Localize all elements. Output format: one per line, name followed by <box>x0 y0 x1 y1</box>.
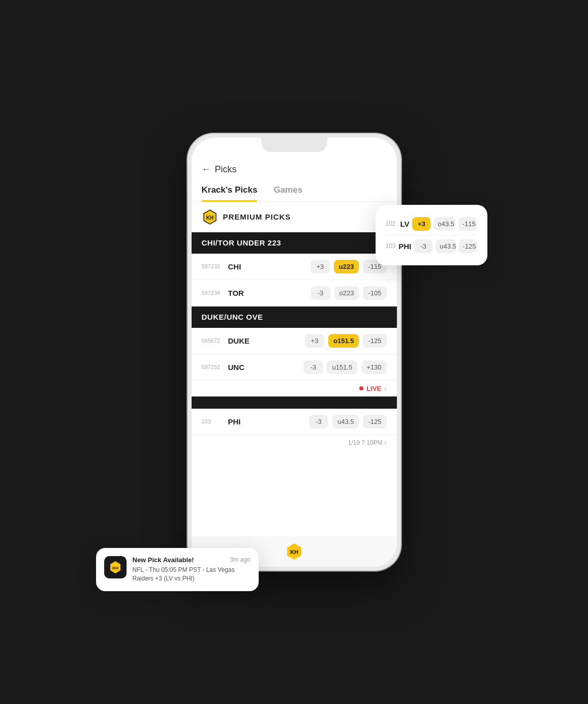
game2-header: DUKE/UNC OVE <box>192 307 397 328</box>
floating-card: 102 LV +3 o43.5 -115 103 PHI -3 u43.5 -1… <box>376 205 487 265</box>
lv-spread[interactable]: +3 <box>412 217 430 231</box>
unc-row[interactable]: 597252 UNC -3 u151.5 +130 <box>192 354 397 381</box>
notif-logo-icon: KH <box>108 560 122 574</box>
phi-bottom-spread[interactable]: -3 <box>309 415 328 428</box>
phi-bottom-id: 103 <box>202 418 228 424</box>
game-time-row[interactable]: 1/19 7:10PM › <box>192 435 397 450</box>
lv-row[interactable]: 102 LV +3 o43.5 -115 <box>386 213 477 235</box>
tor-id: 597234 <box>202 290 228 296</box>
phi-spread[interactable]: -3 <box>414 239 432 253</box>
duke-team: DUKE <box>228 336 301 345</box>
notif-content: New Pick Available! 3m ago NFL - Thu 05:… <box>133 556 251 583</box>
tor-row[interactable]: 597234 TOR -3 o223 -105 <box>192 280 397 307</box>
section-title: PREMIUM PICKS <box>223 212 291 221</box>
chi-spread[interactable]: +3 <box>311 260 330 273</box>
game1-header: CHI/TOR UNDER 223 <box>192 232 397 254</box>
phi-id: 103 <box>386 242 399 250</box>
game-time: 1/19 7:10PM › <box>348 439 386 446</box>
notif-body: NFL - Thu 05:05 PM PST - Las Vegas Raide… <box>133 566 251 583</box>
live-label: LIVE <box>366 385 381 392</box>
duke-total[interactable]: o151.5 <box>328 334 359 348</box>
phi-row-bottom[interactable]: 103 PHI -3 u43.5 -125 <box>192 409 397 435</box>
unc-spread[interactable]: -3 <box>303 360 323 374</box>
phi-bottom-total[interactable]: u43.5 <box>332 415 359 428</box>
svg-text:KH: KH <box>112 566 118 570</box>
back-arrow-icon: ← <box>202 164 211 175</box>
chi-team: CHI <box>228 262 306 271</box>
screen: ← Picks Krack's Picks Games <box>192 138 397 567</box>
tab-kracks-picks[interactable]: Krack's Picks <box>202 179 258 201</box>
tor-spread[interactable]: -3 <box>311 286 330 300</box>
notif-title: New Pick Available! <box>133 556 194 564</box>
phi-row[interactable]: 103 PHI -3 u43.5 -125 <box>386 235 477 257</box>
phi-team: PHI <box>398 242 411 251</box>
phi-bottom-moneyline[interactable]: -125 <box>363 415 386 428</box>
phone-inner: ← Picks Krack's Picks Games <box>192 138 397 567</box>
lv-moneyline[interactable]: -115 <box>458 217 477 231</box>
phi-total[interactable]: u43.5 <box>436 239 455 253</box>
chi-id: 597232 <box>202 263 228 269</box>
notif-top-row: New Pick Available! 3m ago <box>133 556 251 564</box>
lv-id: 102 <box>386 220 400 227</box>
lv-team: LV <box>400 220 409 228</box>
phi-moneyline[interactable]: -125 <box>459 239 477 253</box>
duke-id: 565672 <box>202 338 228 344</box>
notif-time: 3m ago <box>230 556 250 563</box>
game2-title: DUKE/UNC OVE <box>202 313 263 321</box>
notif-app-icon: KH <box>104 556 127 578</box>
duke-row[interactable]: 565672 DUKE +3 o151.5 -125 <box>192 328 397 354</box>
tor-team: TOR <box>228 289 307 297</box>
unc-total[interactable]: u151.5 <box>327 360 357 374</box>
bottom-logo-icon: KH <box>285 542 304 561</box>
tor-total[interactable]: o223 <box>334 286 359 300</box>
phone-shell: ← Picks Krack's Picks Games <box>188 134 401 571</box>
unc-moneyline[interactable]: +130 <box>361 360 386 374</box>
svg-text:KH: KH <box>206 215 213 221</box>
svg-text:KH: KH <box>290 549 298 555</box>
back-nav[interactable]: ← Picks <box>192 158 397 179</box>
tor-moneyline[interactable]: -105 <box>363 286 386 300</box>
phi-bottom-team: PHI <box>228 417 305 426</box>
game1-title: CHI/TOR UNDER 223 <box>202 238 282 247</box>
chi-total[interactable]: u223 <box>334 260 359 273</box>
duke-spread[interactable]: +3 <box>305 334 324 348</box>
duke-moneyline[interactable]: -125 <box>363 334 386 348</box>
back-title: Picks <box>215 164 237 175</box>
premium-logo-icon: KH <box>202 209 218 225</box>
tab-games[interactable]: Games <box>273 179 302 201</box>
live-row[interactable]: LIVE › <box>192 381 397 396</box>
notch <box>261 138 327 152</box>
unc-id: 597252 <box>202 364 228 370</box>
premium-picks-header: KH PREMIUM PICKS <box>192 202 397 232</box>
live-dot-icon <box>359 386 363 390</box>
game3-header <box>192 396 397 409</box>
unc-team: UNC <box>228 363 300 372</box>
scene: ← Picks Krack's Picks Games <box>116 47 472 657</box>
tabs-bar: Krack's Picks Games <box>192 179 397 202</box>
live-chevron-icon: › <box>384 385 386 392</box>
chi-row[interactable]: 597232 CHI +3 u223 -115 <box>192 254 397 280</box>
game-time-chevron-icon: › <box>385 439 387 446</box>
notification-card: KH New Pick Available! 3m ago NFL - Thu … <box>96 548 259 591</box>
lv-total[interactable]: o43.5 <box>434 217 455 231</box>
